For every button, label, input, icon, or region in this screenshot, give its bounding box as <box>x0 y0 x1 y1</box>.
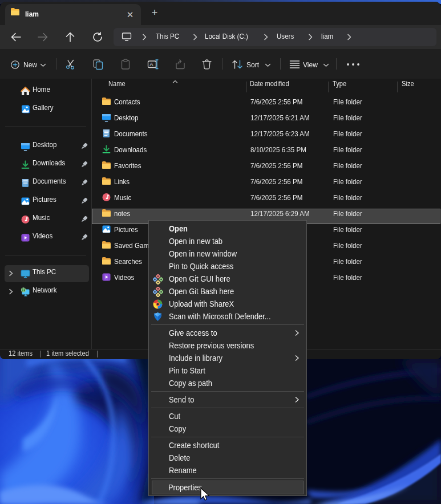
svg-text:A: A <box>149 61 153 67</box>
